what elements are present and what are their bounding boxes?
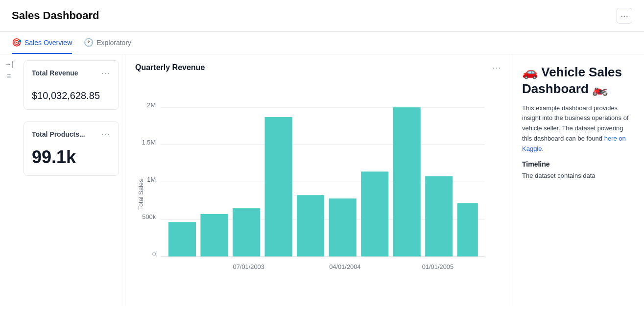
chart-header: Quarterly Revenue ⋯ bbox=[135, 62, 502, 73]
bar-q1-2005 bbox=[425, 176, 453, 257]
svg-text:2M: 2M bbox=[147, 101, 156, 109]
tab-sales-overview-label: Sales Overview bbox=[24, 39, 72, 47]
total-products-menu[interactable]: ⋯ bbox=[101, 130, 111, 139]
tab-exploratory-label: Exploratory bbox=[96, 39, 131, 47]
collapse-button[interactable]: →| bbox=[4, 60, 13, 68]
svg-text:0: 0 bbox=[152, 250, 156, 258]
motorbike-icon: 🏍️ bbox=[592, 81, 608, 96]
chart-title: Quarterly Revenue bbox=[135, 63, 205, 72]
svg-text:Total Sales: Total Sales bbox=[137, 179, 144, 210]
bar-q2-2005 bbox=[457, 203, 478, 257]
total-products-card-header: Total Products... ⋯ bbox=[32, 130, 111, 140]
svg-text:07/01/2003: 07/01/2003 bbox=[233, 263, 264, 270]
app-container: Sales Dashboard ⋯ 🎯 Sales Overview 🕐 Exp… bbox=[0, 0, 644, 306]
right-panel-description: This example dashboard provides insight … bbox=[522, 103, 634, 154]
svg-text:1M: 1M bbox=[147, 176, 156, 183]
filter-button[interactable]: ≡ bbox=[7, 72, 11, 80]
right-panel-heading: 🚗 Vehicle Sales Dashboard 🏍️ bbox=[522, 64, 634, 97]
svg-text:01/01/2005: 01/01/2005 bbox=[422, 263, 453, 270]
timeline-title: Timeline bbox=[522, 160, 634, 168]
svg-text:04/01/2004: 04/01/2004 bbox=[329, 263, 360, 270]
chart-menu-button[interactable]: ⋯ bbox=[492, 62, 502, 73]
sales-overview-icon: 🎯 bbox=[12, 38, 22, 47]
quarterly-revenue-chart: 0 500k 1M 1.5M 2M Total Sales bbox=[135, 79, 502, 299]
page-title: Sales Dashboard bbox=[12, 9, 99, 22]
total-products-value: 99.1k bbox=[32, 147, 111, 168]
bar-q3-2004 bbox=[361, 171, 388, 256]
total-revenue-card-header: Total Revenue ⋯ bbox=[32, 69, 111, 78]
total-revenue-title: Total Revenue bbox=[32, 69, 78, 78]
bar-q1-2004 bbox=[297, 195, 324, 256]
exploratory-icon: 🕐 bbox=[84, 38, 94, 47]
svg-text:500k: 500k bbox=[142, 213, 156, 220]
bar-q3-2003 bbox=[233, 208, 260, 256]
bar-q1-2003 bbox=[168, 222, 196, 256]
sidebar-controls: →| ≡ bbox=[0, 54, 18, 306]
svg-text:1.5M: 1.5M bbox=[142, 139, 156, 146]
header-menu-button[interactable]: ⋯ bbox=[617, 8, 632, 24]
total-revenue-card: Total Revenue ⋯ $10,032,628.85 bbox=[24, 60, 119, 110]
bar-q4-2003 bbox=[264, 117, 292, 256]
total-revenue-menu[interactable]: ⋯ bbox=[101, 69, 111, 77]
total-revenue-value: $10,032,628.85 bbox=[32, 90, 111, 101]
bar-chart-svg: 0 500k 1M 1.5M 2M Total Sales bbox=[135, 79, 502, 299]
ellipsis-icon: ⋯ bbox=[620, 11, 628, 21]
header: Sales Dashboard ⋯ bbox=[0, 0, 644, 32]
bar-q4-2004 bbox=[393, 107, 421, 256]
car-icon: 🚗 bbox=[522, 65, 538, 79]
bar-q2-2004 bbox=[329, 198, 357, 256]
main-layout: →| ≡ Total Revenue ⋯ $10,032,628.85 Tota… bbox=[0, 54, 644, 306]
left-panels: Total Revenue ⋯ $10,032,628.85 Total Pro… bbox=[18, 54, 125, 306]
tab-sales-overview[interactable]: 🎯 Sales Overview bbox=[12, 32, 72, 54]
timeline-text: The dataset contains data bbox=[522, 171, 634, 181]
right-panel: 🚗 Vehicle Sales Dashboard 🏍️ This exampl… bbox=[512, 54, 644, 306]
tab-exploratory[interactable]: 🕐 Exploratory bbox=[84, 32, 131, 54]
tab-bar: 🎯 Sales Overview 🕐 Exploratory bbox=[0, 32, 644, 54]
chart-area: Quarterly Revenue ⋯ 0 500k 1M 1.5M 2M bbox=[125, 54, 512, 306]
total-products-title: Total Products... bbox=[32, 130, 85, 140]
total-products-card: Total Products... ⋯ 99.1k bbox=[24, 121, 119, 176]
bar-q2-2003 bbox=[200, 214, 228, 257]
